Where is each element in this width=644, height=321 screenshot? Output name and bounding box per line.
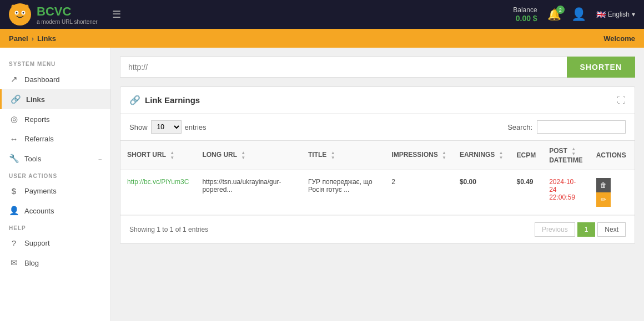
reports-icon: ◎ [9,114,19,124]
datetime-value: 2024-10-2422:00:59 [549,178,576,201]
sidebar-label-dashboard: Dashboard [24,75,102,84]
svg-point-4 [23,12,24,14]
col-impressions[interactable]: IMPRESSIONS ▲▼ [385,141,453,170]
sidebar-label-tools: Tools [24,155,93,163]
sidebar-item-dashboard[interactable]: ↗ Dashboard [0,69,110,89]
content-area: SHORTEN 🔗 Link Earnings ⛶ Show 10 25 50 [111,48,644,321]
url-input[interactable] [120,57,567,78]
col-title[interactable]: TITLE ▲▼ [301,141,385,170]
sidebar-label-referrals: Referrals [24,135,102,143]
sort-impressions: ▲▼ [442,150,446,160]
pagination-bar: Showing 1 to 1 of 1 entries Previous 1 N… [120,215,635,243]
expand-icon[interactable]: ⛶ [617,95,626,105]
sidebar-label-links: Links [26,95,102,104]
balance-value: 0.00 $ [513,14,537,23]
sort-earnings: ▲▼ [499,150,504,160]
breadcrumb-current: Links [37,34,56,43]
col-long-url[interactable]: LONG URL ▲▼ [195,141,301,170]
sidebar-item-referrals[interactable]: ↔ Referrals [0,129,110,149]
top-header: BCVC a modern URL shortener ☰ Balance 0.… [0,0,644,29]
col-short-url[interactable]: SHORT URL ▲▼ [120,141,195,170]
col-ecpm: ECPM [510,141,543,170]
links-icon: 🔗 [11,94,21,104]
col-actions: ACTIONS [590,141,635,170]
sidebar: SYSTEM MENU ↗ Dashboard 🔗 Links ◎ Report… [0,48,111,321]
sidebar-item-links[interactable]: 🔗 Links [0,89,110,109]
sidebar-item-payments[interactable]: $ Payments [0,181,110,201]
sidebar-label-reports: Reports [24,115,102,124]
welcome-message: Welcome [603,34,635,43]
table-head: SHORT URL ▲▼ LONG URL ▲▼ TITLE ▲▼ IMPRES… [120,141,635,170]
notification-button[interactable]: 🔔 2 [547,8,561,21]
shorten-box: SHORTEN [120,57,635,78]
lang-dropdown-icon: ▾ [632,11,635,18]
table-body: http://bc.vc/PiYum3C https://tsn.ua/ukra… [120,170,635,215]
edit-button[interactable]: ✏ [596,192,611,207]
logo-text-area: BCVC a modern URL shortener [37,4,98,25]
referrals-icon: ↔ [9,134,19,144]
notification-badge: 2 [556,6,565,14]
language-selector[interactable]: 🇬🇧 English ▾ [596,10,635,19]
sidebar-item-blog[interactable]: ✉ Blog [0,253,110,273]
system-menu-label: SYSTEM MENU [0,57,110,69]
entries-select[interactable]: 10 25 50 100 [151,120,182,134]
accounts-icon: 👤 [9,206,19,216]
cell-long-url: https://tsn.ua/ukrayina/gur-popered... [195,170,301,215]
support-icon: ? [9,238,19,248]
data-table: SHORT URL ▲▼ LONG URL ▲▼ TITLE ▲▼ IMPRES… [120,140,635,215]
balance-label: Balance [513,6,537,14]
search-input[interactable] [537,120,626,134]
next-button[interactable]: Next [597,222,626,237]
tools-arrow-icon: – [98,156,102,162]
flag-icon: 🇬🇧 [596,10,606,19]
sidebar-label-support: Support [24,239,102,247]
sidebar-item-reports[interactable]: ◎ Reports [0,109,110,129]
col-post-datetime[interactable]: POST ▲▼DATETIME [542,141,589,170]
previous-button[interactable]: Previous [535,222,575,237]
cell-earnings: $0.00 [453,170,510,215]
showing-text: Showing 1 to 1 of 1 entries [129,226,208,233]
card-header: 🔗 Link Earnings ⛶ [120,87,635,114]
search-box: Search: [507,120,626,134]
sidebar-item-accounts[interactable]: 👤 Accounts [0,201,110,221]
sidebar-label-accounts: Accounts [24,207,102,215]
blog-icon: ✉ [9,258,19,268]
header-right: Balance 0.00 $ 🔔 2 👤 🇬🇧 English ▾ [513,6,635,23]
short-url-link[interactable]: http://bc.vc/PiYum3C [127,178,189,186]
logo-area: BCVC a modern URL shortener ☰ [9,3,121,26]
sort-long-url: ▲▼ [241,150,245,160]
cell-short-url: http://bc.vc/PiYum3C [120,170,195,215]
cell-impressions: 2 [385,170,453,215]
sort-title: ▲▼ [331,150,335,160]
link-icon: 🔗 [129,95,140,105]
cell-title: ГУР попереджає, що Росія готує ... [301,170,385,215]
breadcrumb-panel[interactable]: Panel [9,34,28,43]
delete-button[interactable]: 🗑 [596,178,611,192]
svg-point-3 [16,12,18,14]
sidebar-label-payments: Payments [24,187,102,195]
sort-short-url: ▲▼ [170,150,174,160]
sidebar-item-support[interactable]: ? Support [0,233,110,253]
sidebar-item-tools[interactable]: 🔧 Tools – [0,149,110,169]
page-1-button[interactable]: 1 [577,222,596,237]
sidebar-label-blog: Blog [24,259,102,267]
user-actions-label: USER ACTIONS [0,169,110,181]
breadcrumb-separator: › [32,34,34,43]
shorten-button[interactable]: SHORTEN [567,57,635,78]
card-title-text: Link Earnings [145,95,200,105]
user-avatar-icon[interactable]: 👤 [571,7,586,22]
cell-actions: 🗑 ✏ [590,170,635,215]
hamburger-icon[interactable]: ☰ [112,8,121,21]
sort-datetime: ▲▼ [571,146,576,156]
dashboard-icon: ↗ [9,74,19,84]
table-row: http://bc.vc/PiYum3C https://tsn.ua/ukra… [120,170,635,215]
col-earnings[interactable]: EARNINGS ▲▼ [453,141,510,170]
show-entries: Show 10 25 50 100 entries [129,120,207,134]
table-controls: Show 10 25 50 100 entries Search: [120,114,635,140]
show-label: Show [129,123,148,131]
breadcrumb: Panel › Links [9,34,56,43]
main-layout: SYSTEM MENU ↗ Dashboard 🔗 Links ◎ Report… [0,48,644,321]
tools-icon: 🔧 [9,154,19,164]
cell-datetime: 2024-10-2422:00:59 [542,170,589,215]
search-label: Search: [507,123,532,131]
